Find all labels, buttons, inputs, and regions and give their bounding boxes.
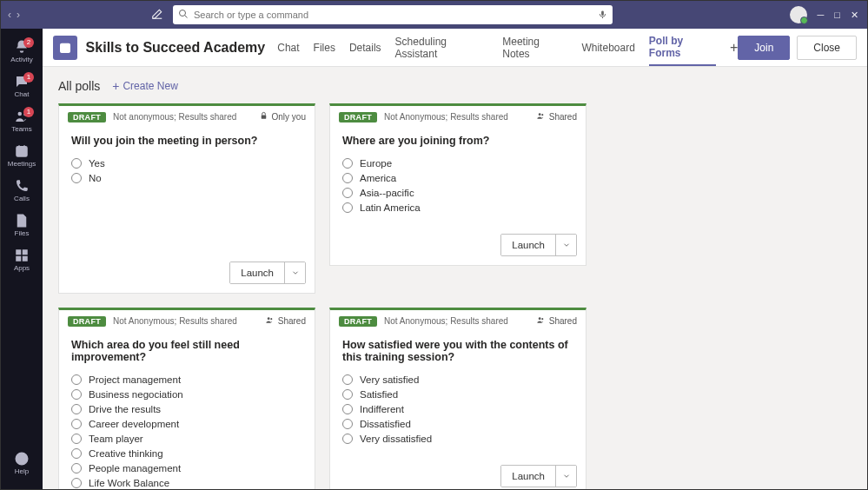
poll-option[interactable]: Life Work Balance: [71, 475, 302, 489]
rail-item-apps[interactable]: Apps: [1, 242, 43, 277]
radio-icon: [342, 389, 353, 400]
radio-icon: [71, 389, 82, 400]
rail-item-files[interactable]: Files: [1, 208, 43, 242]
poll-option[interactable]: Dissatisfied: [342, 416, 573, 431]
rail-item-calls[interactable]: Calls: [1, 173, 43, 208]
poll-option[interactable]: Career development: [71, 416, 302, 431]
anon-text: Not Anonymous; Results shared: [384, 112, 508, 122]
poll-option[interactable]: No: [71, 170, 302, 185]
anon-text: Not anonymous; Results shared: [113, 112, 236, 122]
draft-badge: DRAFT: [68, 112, 106, 122]
chevron-down-icon[interactable]: [555, 466, 576, 487]
tab-files[interactable]: Files: [314, 29, 335, 66]
poll-question: Where are you joining from?: [342, 135, 573, 147]
card-header: DRAFT Not Anonymous; Results shared Shar…: [59, 310, 315, 330]
launch-label: Launch: [230, 262, 284, 283]
poll-grid: DRAFT Not anonymous; Results shared Only…: [58, 103, 851, 489]
app-window: ‹ › ─ □ ✕ Activity 2: [0, 0, 868, 490]
option-label: Creative thinking: [89, 448, 163, 459]
rail-item-help[interactable]: Help: [1, 446, 43, 480]
title-bar: ‹ › ─ □ ✕: [1, 1, 867, 29]
tab-details[interactable]: Details: [349, 29, 381, 66]
svg-point-22: [539, 317, 541, 320]
option-label: Yes: [89, 158, 105, 169]
poll-option[interactable]: Satisfied: [342, 387, 573, 401]
radio-icon: [342, 374, 353, 385]
tab-scheduling-assistant[interactable]: Scheduling Assistant: [395, 29, 489, 66]
create-new-button[interactable]: + Create New: [112, 79, 178, 93]
poll-option[interactable]: Creative thinking: [71, 446, 302, 460]
tab-poll-by-forms[interactable]: Poll by Forms: [649, 29, 716, 66]
share-tag: Only you: [259, 111, 306, 122]
poll-option[interactable]: Europe: [342, 156, 573, 170]
rail-label: Meetings: [8, 160, 36, 168]
search-input[interactable]: [194, 10, 598, 20]
window-maximize-icon[interactable]: □: [834, 10, 840, 20]
people-icon: [536, 111, 546, 122]
create-new-label: Create New: [123, 80, 177, 92]
launch-button[interactable]: Launch: [500, 465, 577, 487]
svg-rect-10: [23, 250, 28, 255]
chevron-down-icon[interactable]: [284, 262, 305, 283]
join-button[interactable]: Join: [738, 36, 790, 60]
people-icon: [536, 315, 546, 327]
radio-icon: [71, 404, 82, 414]
poll-card: DRAFT Not Anonymous; Results shared Shar…: [329, 308, 586, 489]
share-label: Shared: [278, 316, 306, 326]
svg-point-19: [541, 114, 543, 116]
poll-option[interactable]: Asia--pacific: [342, 185, 573, 200]
rail-item-meetings[interactable]: Meetings: [1, 138, 43, 173]
option-label: Asia--pacific: [360, 188, 414, 198]
poll-option[interactable]: Drive the results: [71, 401, 302, 416]
poll-option[interactable]: Indifferent: [342, 401, 573, 416]
poll-option[interactable]: America: [342, 170, 573, 185]
svg-point-0: [180, 10, 186, 17]
compose-icon[interactable]: [149, 8, 166, 23]
tab-add[interactable]: +: [730, 29, 738, 66]
poll-option[interactable]: Very satisfied: [342, 372, 573, 387]
poll-option[interactable]: Project management: [71, 372, 302, 387]
option-label: No: [89, 173, 102, 183]
card-header: DRAFT Not Anonymous; Results shared Shar…: [330, 310, 586, 330]
poll-option[interactable]: Latin America: [342, 200, 573, 215]
poll-option[interactable]: Business negociation: [71, 387, 302, 401]
rail-item-activity[interactable]: Activity 2: [1, 34, 43, 69]
rail-label: Files: [15, 229, 30, 237]
nav-forward-icon[interactable]: ›: [17, 9, 20, 21]
sub-header: All polls + Create New: [58, 79, 851, 93]
nav-back-icon[interactable]: ‹: [8, 9, 11, 21]
poll-option[interactable]: Very dissatisfied: [342, 431, 573, 446]
poll-option[interactable]: Yes: [71, 156, 302, 170]
chevron-down-icon[interactable]: [555, 235, 576, 255]
rail-item-teams[interactable]: Teams 1: [1, 103, 43, 138]
window-minimize-icon[interactable]: ─: [818, 10, 825, 20]
radio-icon: [342, 173, 353, 183]
launch-button[interactable]: Launch: [500, 234, 577, 256]
rail-item-chat[interactable]: Chat 1: [1, 69, 43, 103]
poll-question: How satisfied were you with the contents…: [342, 339, 573, 363]
share-label: Shared: [549, 112, 577, 122]
search-box[interactable]: [173, 5, 613, 24]
window-close-icon[interactable]: ✕: [851, 10, 858, 21]
tab-whiteboard[interactable]: Whiteboard: [581, 29, 634, 66]
close-button[interactable]: Close: [797, 36, 857, 60]
poll-option[interactable]: People management: [71, 460, 302, 475]
option-label: Indifferent: [360, 404, 404, 414]
option-label: Dissatisfied: [360, 419, 411, 429]
tab-meeting-notes[interactable]: Meeting Notes: [502, 29, 567, 66]
launch-label: Launch: [501, 466, 555, 487]
card-body: Will you join the meeting in person? Yes…: [59, 126, 315, 255]
rail-label: Calls: [14, 195, 30, 202]
share-label: Only you: [272, 112, 306, 122]
option-label: Business negociation: [89, 389, 183, 400]
tab-chat[interactable]: Chat: [277, 29, 299, 66]
launch-button[interactable]: Launch: [229, 262, 306, 284]
card-header: DRAFT Not anonymous; Results shared Only…: [59, 106, 315, 126]
radio-icon: [71, 478, 82, 488]
user-avatar[interactable]: [790, 6, 807, 23]
mic-icon[interactable]: [598, 10, 607, 21]
rail-badge: 1: [23, 107, 34, 117]
radio-icon: [71, 434, 82, 444]
poll-question: Which area do you feel still need improv…: [71, 339, 302, 363]
poll-option[interactable]: Team player: [71, 431, 302, 446]
